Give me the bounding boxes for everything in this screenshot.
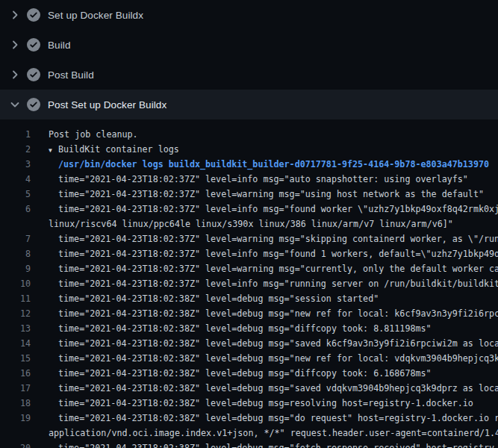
log-text: time="2021-04-23T18:02:38Z" level=debug … xyxy=(49,323,432,334)
step-header-post-build[interactable]: Post Build xyxy=(0,60,498,90)
log-text: time="2021-04-23T18:02:37Z" level=info m… xyxy=(49,204,498,214)
log-command-text: /usr/bin/docker logs buildx_buildkit_bui… xyxy=(49,159,489,169)
log-line: 6time="2021-04-23T18:02:37Z" level=info … xyxy=(0,202,498,217)
log-line: 7time="2021-04-23T18:02:37Z" level=warni… xyxy=(0,231,498,246)
step-list: Set up Docker BuildxBuildPost BuildPost … xyxy=(0,0,498,119)
check-circle-icon xyxy=(27,68,40,81)
check-circle-icon xyxy=(27,38,40,52)
log-line: 20time="2021-04-23T18:02:38Z" level=debu… xyxy=(0,441,498,448)
line-number[interactable]: 15 xyxy=(0,351,31,366)
check-circle-icon xyxy=(27,98,40,111)
step-header-set-up-docker-buildx[interactable]: Set up Docker Buildx xyxy=(0,0,498,30)
log-line: 8time="2021-04-23T18:02:37Z" level=info … xyxy=(0,246,498,261)
log-text: time="2021-04-23T18:02:38Z" level=debug … xyxy=(49,398,473,408)
line-number[interactable]: 14 xyxy=(0,336,31,351)
log-line: 14time="2021-04-23T18:02:38Z" level=debu… xyxy=(0,336,498,351)
line-number[interactable]: 5 xyxy=(0,187,31,202)
chevron-right-icon[interactable] xyxy=(9,69,21,81)
log-text: time="2021-04-23T18:02:37Z" level=info m… xyxy=(49,249,498,259)
log-group-title[interactable]: BuildKit container logs xyxy=(58,144,179,155)
log-text: time="2021-04-23T18:02:38Z" level=debug … xyxy=(49,368,432,379)
log-text: Post job cleanup. xyxy=(49,129,138,140)
log-text: time="2021-04-23T18:02:38Z" level=debug … xyxy=(49,293,379,304)
line-number[interactable]: 9 xyxy=(0,261,31,276)
log-line: 10time="2021-04-23T18:02:37Z" level=info… xyxy=(0,276,498,291)
line-number[interactable]: 4 xyxy=(0,172,31,187)
chevron-right-icon[interactable] xyxy=(9,9,21,21)
log-text: linux/riscv64 linux/ppc64le linux/s390x … xyxy=(49,219,453,229)
line-number[interactable]: 12 xyxy=(0,306,31,321)
line-number[interactable]: 8 xyxy=(0,246,31,261)
line-number[interactable]: 17 xyxy=(0,381,31,396)
log-text: time="2021-04-23T18:02:38Z" level=debug … xyxy=(49,338,498,349)
log-line: application/vnd.oci.image.index.v1+json,… xyxy=(0,426,498,441)
log-line: 15time="2021-04-23T18:02:38Z" level=debu… xyxy=(0,351,498,366)
log-line: 2▼BuildKit container logs xyxy=(0,142,498,157)
line-number[interactable]: 11 xyxy=(0,291,31,306)
step-label: Post Set up Docker Buildx xyxy=(48,99,166,111)
line-number[interactable]: 13 xyxy=(0,321,31,336)
line-number[interactable]: 1 xyxy=(0,127,31,142)
log-line: 12time="2021-04-23T18:02:38Z" level=debu… xyxy=(0,306,498,321)
log-text: time="2021-04-23T18:02:37Z" level=info m… xyxy=(49,279,498,289)
line-number[interactable]: 7 xyxy=(0,231,31,246)
log-line: 17time="2021-04-23T18:02:38Z" level=debu… xyxy=(0,381,498,396)
log-line: 19time="2021-04-23T18:02:38Z" level=debu… xyxy=(0,411,498,426)
step-label: Set up Docker Buildx xyxy=(48,10,143,21)
log-text: time="2021-04-23T18:02:37Z" level=info m… xyxy=(49,174,468,184)
chevron-down-icon[interactable] xyxy=(9,99,21,111)
log-text: time="2021-04-23T18:02:38Z" level=debug … xyxy=(49,383,498,393)
log-line: 4time="2021-04-23T18:02:37Z" level=info … xyxy=(0,172,498,187)
line-number[interactable]: 18 xyxy=(0,396,31,411)
log-line: 16time="2021-04-23T18:02:38Z" level=debu… xyxy=(0,366,498,381)
log-text: time="2021-04-23T18:02:38Z" level=debug … xyxy=(49,443,498,448)
line-number[interactable]: 6 xyxy=(0,202,31,217)
log-text: time="2021-04-23T18:02:37Z" level=warnin… xyxy=(49,189,484,199)
line-number[interactable]: 16 xyxy=(0,366,31,381)
line-number[interactable]: 3 xyxy=(0,157,31,172)
actions-log-viewer: Set up Docker BuildxBuildPost BuildPost … xyxy=(0,0,498,448)
log-area: 1Post job cleanup.2▼BuildKit container l… xyxy=(0,119,498,448)
step-header-build[interactable]: Build xyxy=(0,30,498,60)
log-text: time="2021-04-23T18:02:38Z" level=debug … xyxy=(49,413,498,423)
step-label: Build xyxy=(48,40,71,51)
line-number[interactable]: 2 xyxy=(0,142,31,157)
log-line: 1Post job cleanup. xyxy=(0,127,498,142)
log-line: linux/riscv64 linux/ppc64le linux/s390x … xyxy=(0,217,498,231)
log-line: 9time="2021-04-23T18:02:37Z" level=warni… xyxy=(0,261,498,276)
log-line: 3/usr/bin/docker logs buildx_buildkit_bu… xyxy=(0,157,498,172)
line-number[interactable]: 10 xyxy=(0,276,31,291)
log-text: time="2021-04-23T18:02:38Z" level=debug … xyxy=(49,353,498,364)
log-line: 13time="2021-04-23T18:02:38Z" level=debu… xyxy=(0,321,498,336)
log-text: application/vnd.oci.image.index.v1+json,… xyxy=(49,428,498,438)
step-header-post-set-up-docker-buildx[interactable]: Post Set up Docker Buildx xyxy=(0,90,498,119)
check-circle-icon xyxy=(27,8,40,22)
line-number[interactable]: 19 xyxy=(0,411,31,426)
log-line: 5time="2021-04-23T18:02:37Z" level=warni… xyxy=(0,187,498,202)
log-line: 18time="2021-04-23T18:02:38Z" level=debu… xyxy=(0,396,498,411)
chevron-right-icon[interactable] xyxy=(9,39,21,51)
log-text: time="2021-04-23T18:02:37Z" level=warnin… xyxy=(49,234,498,244)
log-line: 11time="2021-04-23T18:02:38Z" level=debu… xyxy=(0,291,498,306)
line-number[interactable]: 20 xyxy=(0,441,31,448)
step-label: Post Build xyxy=(48,69,94,81)
log-text: time="2021-04-23T18:02:38Z" level=debug … xyxy=(49,308,498,319)
collapse-triangle-icon[interactable]: ▼ xyxy=(49,143,58,158)
log-text: time="2021-04-23T18:02:37Z" level=warnin… xyxy=(49,264,498,274)
